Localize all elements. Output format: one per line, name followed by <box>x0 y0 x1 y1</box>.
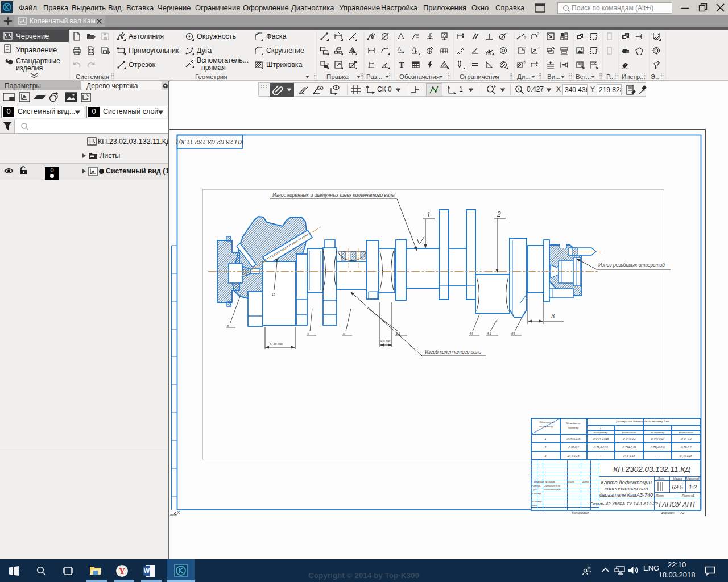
svg-text:Изгиб коленчатого вала: Изгиб коленчатого вала <box>425 349 482 355</box>
svg-text:Утв.: Утв. <box>532 504 537 507</box>
svg-text:м: м <box>343 332 345 335</box>
svg-text:ГАПОУ АПТ: ГАПОУ АПТ <box>659 501 697 509</box>
svg-text:КП.23.02.03.132.11.КД: КП.23.02.03.132.11.КД <box>176 139 244 146</box>
svg-text:44: 44 <box>469 332 473 335</box>
svg-text:Масса: Масса <box>673 477 682 480</box>
svg-text:2: 2 <box>671 426 673 430</box>
svg-text:34, 6-0,18: 34, 6-0,18 <box>680 455 692 458</box>
svg-text:по чертежу: по чертежу <box>539 425 553 428</box>
svg-text:4.1: 4.1 <box>487 332 491 335</box>
svg-text:∅ 94-0,2: ∅ 94-0,2 <box>680 438 691 440</box>
svg-text:Копировал: Копировал <box>572 511 589 514</box>
svg-text:2: 2 <box>497 210 501 218</box>
svg-text:Дата: Дата <box>582 480 589 483</box>
svg-text:Износ коренных и шатунных шеек: Износ коренных и шатунных шеек коленчато… <box>272 192 395 198</box>
svg-text:коленчатого вал: коленчатого вал <box>605 485 648 492</box>
svg-text:∅ 94,4-0,015: ∅ 94,4-0,015 <box>593 438 609 440</box>
svg-text:двигателя КамАЗ-740: двигателя КамАЗ-740 <box>599 492 653 498</box>
svg-text:Износ резьбовых отверстий: Износ резьбовых отверстий <box>598 262 665 268</box>
svg-text:X: X <box>177 510 180 515</box>
svg-text:∅ 794-0,03: ∅ 794-0,03 <box>622 446 636 449</box>
svg-text:Останин Ф.М.: Останин Ф.М. <box>544 484 561 487</box>
svg-text:∅ 79)-0,016: ∅ 79)-0,016 <box>650 446 665 449</box>
svg-text:Лист: Лист <box>655 494 664 497</box>
svg-text:A: A <box>442 63 446 68</box>
svg-text:Лит.: Лит. <box>657 477 665 480</box>
svg-text:А2: А2 <box>680 511 685 514</box>
svg-text:A: A <box>443 33 446 38</box>
svg-text:?: ? <box>523 61 526 65</box>
svg-text:∅ 94,j-0,07: ∅ 94,j-0,07 <box>651 438 665 440</box>
svg-text:Формат: Формат <box>661 511 675 514</box>
svg-text:69,5: 69,5 <box>672 484 683 490</box>
svg-text:фактически: фактически <box>679 431 693 434</box>
svg-text:Н.контр.: Н.контр. <box>532 500 543 503</box>
svg-text:T: T <box>399 60 404 69</box>
svg-text:Лист о1: Лист о1 <box>681 494 694 497</box>
svg-text:Y: Y <box>119 566 125 576</box>
svg-text:з: з <box>307 332 309 335</box>
svg-text:66: 66 <box>511 332 515 335</box>
svg-text:1:2: 1:2 <box>689 484 697 490</box>
svg-text:1: 1 <box>427 211 431 219</box>
svg-text:A: A <box>398 46 401 52</box>
svg-text:A: A <box>412 46 416 52</box>
svg-text:∅ 79,4-0,16: ∅ 79,4-0,16 <box>593 446 608 449</box>
svg-text:Пров.: Пров. <box>532 488 539 491</box>
svg-text:по чертежу: по чертежу <box>651 431 665 434</box>
svg-text:у отверстия диаметром по черте: у отверстия диаметром по чертежу 1 мм <box>615 420 669 423</box>
svg-text:24,9-0,18: 24,9-0,18 <box>567 455 580 458</box>
svg-text:–: – <box>656 455 659 458</box>
svg-text:Подп.: Подп. <box>568 480 574 483</box>
svg-text:?: ? <box>523 46 526 50</box>
svg-text:№ шейки по: № шейки по <box>566 422 581 425</box>
svg-text:КП.2302.03.132.11.КД: КП.2302.03.132.11.КД <box>613 465 690 473</box>
svg-text:∅ 94,6-0,2: ∅ 94,6-0,2 <box>622 438 635 440</box>
svg-text:3: 3 <box>545 455 547 458</box>
svg-text:W: W <box>144 567 150 574</box>
svg-text:∅ 95-0,015: ∅ 95-0,015 <box>566 438 581 440</box>
svg-text:1: 1 <box>600 426 602 430</box>
svg-text:Лист: Лист <box>537 480 544 483</box>
svg-text:?: ? <box>537 32 539 36</box>
svg-text:?: ? <box>537 46 539 50</box>
svg-text:Масштаб: Масштаб <box>686 477 700 480</box>
svg-text:1: 1 <box>545 438 547 440</box>
svg-text:Разраб.: Разраб. <box>532 484 541 487</box>
svg-text:?: ? <box>524 36 526 40</box>
svg-text:фактически: фактически <box>622 431 636 434</box>
svg-text:Танзытян Н.В: Танзытян Н.В <box>544 488 561 491</box>
svg-text:Карта дефектации: Карта дефектации <box>601 479 652 485</box>
svg-text:2: 2 <box>544 446 547 449</box>
svg-text:3: 3 <box>551 313 555 319</box>
svg-text:Т.контр.: Т.контр. <box>532 492 542 495</box>
svg-text:Сталь 42 ХМФА ТУ 14-1-619-72: Сталь 42 ХМФА ТУ 14-1-619-72 <box>590 501 659 506</box>
svg-text:чертежу: чертежу <box>568 426 579 429</box>
svg-text:по чертежу: по чертежу <box>594 431 608 434</box>
svg-text:47.38 max: 47.38 max <box>270 342 283 346</box>
svg-text:Обозначение: Обозначение <box>540 421 555 423</box>
svg-text:34,9-0,18: 34,9-0,18 <box>623 455 635 458</box>
svg-text:∅ 80-0,2: ∅ 80-0,2 <box>568 446 578 449</box>
svg-text:–: – <box>599 455 602 458</box>
svg-text:∅ 79-0,2: ∅ 79-0,2 <box>680 446 691 449</box>
svg-text:№ докум.: № докум. <box>545 480 555 483</box>
svg-text:15: 15 <box>272 293 275 296</box>
svg-text:34,9 max: 34,9 max <box>379 340 391 343</box>
svg-text:2.1: 2.1 <box>395 332 400 335</box>
